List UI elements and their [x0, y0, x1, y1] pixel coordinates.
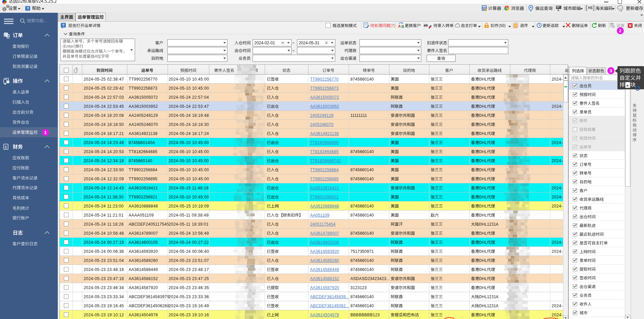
svg-text:$: $ — [5, 145, 7, 149]
